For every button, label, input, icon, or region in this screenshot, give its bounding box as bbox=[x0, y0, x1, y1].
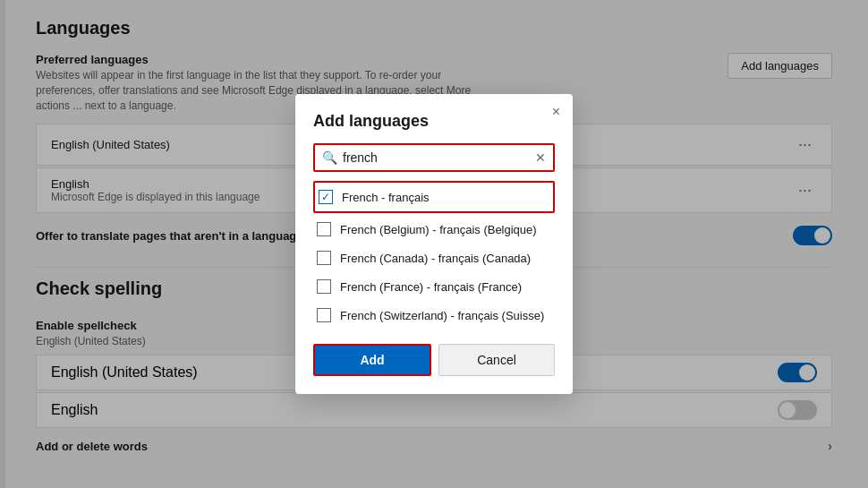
search-clear-button[interactable]: ✕ bbox=[535, 150, 546, 165]
modal-footer: Add Cancel bbox=[313, 344, 555, 376]
search-icon: 🔍 bbox=[322, 150, 337, 165]
lang-label-french-canada: French (Canada) - français (Canada) bbox=[340, 252, 531, 265]
modal-close-button[interactable]: × bbox=[552, 105, 560, 119]
lang-label-french-france: French (France) - français (France) bbox=[340, 280, 522, 294]
lang-option-french-canada[interactable]: French (Canada) - français (Canada) bbox=[313, 244, 555, 272]
lang-checkbox-french-canada bbox=[317, 251, 331, 265]
lang-option-french-belgium[interactable]: French (Belgium) - français (Belgique) bbox=[313, 215, 555, 244]
lang-option-french[interactable]: ✓ French - français bbox=[313, 181, 555, 213]
modal-overlay: Add languages × 🔍 ✕ ✓ French - français … bbox=[0, 0, 868, 488]
lang-checkbox-french: ✓ bbox=[319, 190, 333, 204]
lang-label-french-switzerland: French (Switzerland) - français (Suisse) bbox=[340, 309, 544, 322]
add-languages-modal: Add languages × 🔍 ✕ ✓ French - français … bbox=[295, 94, 573, 394]
modal-title: Add languages bbox=[313, 112, 555, 131]
search-input[interactable] bbox=[343, 150, 535, 165]
lang-label-french-belgium: French (Belgium) - français (Belgique) bbox=[340, 223, 537, 236]
lang-checkbox-french-switzerland bbox=[317, 308, 331, 322]
lang-checkbox-french-france bbox=[317, 279, 331, 294]
lang-option-french-switzerland[interactable]: French (Switzerland) - français (Suisse) bbox=[313, 301, 555, 330]
lang-checkbox-french-belgium bbox=[317, 222, 331, 236]
modal-add-button[interactable]: Add bbox=[313, 344, 431, 376]
modal-cancel-button[interactable]: Cancel bbox=[438, 344, 555, 376]
search-box: 🔍 ✕ bbox=[313, 143, 555, 172]
language-list: ✓ French - français French (Belgium) - f… bbox=[313, 181, 555, 330]
lang-label-french: French - français bbox=[342, 191, 430, 204]
checkmark-french: ✓ bbox=[321, 191, 330, 203]
lang-option-french-france[interactable]: French (France) - français (France) bbox=[313, 272, 555, 301]
